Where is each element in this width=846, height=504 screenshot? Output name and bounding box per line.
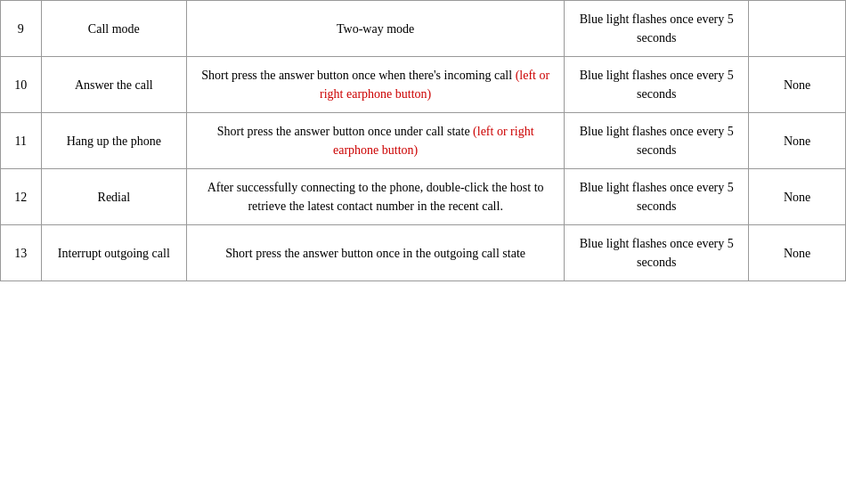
row-indicator: Blue light flashes once every 5 seconds (565, 169, 749, 225)
row-num: 11 (1, 113, 42, 169)
row-num: 12 (1, 169, 42, 225)
row-sound: None (749, 225, 846, 281)
row-operation: Two-way mode (186, 1, 564, 57)
table-row: 13 Interrupt outgoing call Short press t… (1, 225, 846, 281)
table-row: 11 Hang up the phone Short press the ans… (1, 113, 846, 169)
row-num: 10 (1, 57, 42, 113)
row-sound: None (749, 113, 846, 169)
row-operation: Short press the answer button once when … (186, 57, 564, 113)
red-text: (left or right earphone button) (320, 69, 549, 101)
row-num: 9 (1, 1, 42, 57)
row-function: Interrupt outgoing call (41, 225, 186, 281)
table-row: 10 Answer the call Short press the answe… (1, 57, 846, 113)
row-indicator: Blue light flashes once every 5 seconds (565, 57, 749, 113)
row-indicator: Blue light flashes once every 5 seconds (565, 113, 749, 169)
row-operation: Short press the answer button once under… (186, 113, 564, 169)
table-row: 12 Redial After successfully connecting … (1, 169, 846, 225)
table-row: 9 Call mode Two-way mode Blue light flas… (1, 1, 846, 57)
row-function: Call mode (41, 1, 186, 57)
row-operation: Short press the answer button once in th… (186, 225, 564, 281)
row-indicator: Blue light flashes once every 5 seconds (565, 225, 749, 281)
row-sound (749, 1, 846, 57)
row-function: Hang up the phone (41, 113, 186, 169)
red-text: (left or right earphone button) (333, 125, 533, 157)
row-sound: None (749, 169, 846, 225)
row-sound: None (749, 57, 846, 113)
row-indicator: Blue light flashes once every 5 seconds (565, 1, 749, 57)
row-operation: After successfully connecting to the pho… (186, 169, 564, 225)
row-num: 13 (1, 225, 42, 281)
row-function: Answer the call (41, 57, 186, 113)
row-function: Redial (41, 169, 186, 225)
